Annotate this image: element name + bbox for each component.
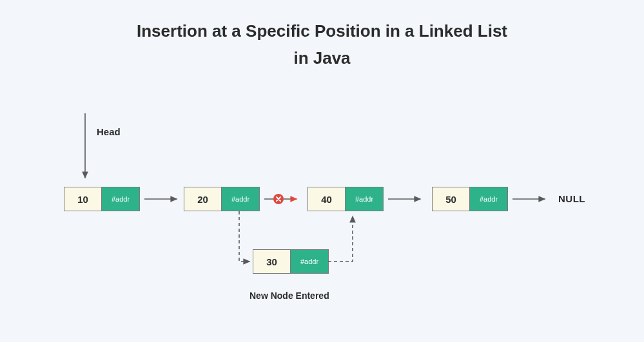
diagram-stage: Head 10 #addr 20 #addr — [0, 0, 644, 342]
node-4-addr: #addr — [470, 187, 507, 211]
node-1-addr: #addr — [102, 187, 139, 211]
node-4-value: 50 — [433, 187, 470, 211]
node-2-value: 20 — [184, 187, 222, 211]
node-4: 50 #addr — [432, 187, 508, 211]
dashed-arrow-2-to-new — [235, 211, 261, 269]
arrow-3-4 — [384, 193, 429, 206]
dashed-arrow-new-to-3 — [328, 211, 367, 269]
arrow-4-null — [509, 193, 554, 206]
node-1-value: 10 — [64, 187, 102, 211]
head-arrow — [77, 113, 97, 184]
node-1: 10 #addr — [64, 187, 140, 211]
node-2-addr: #addr — [222, 187, 259, 211]
node-2: 20 #addr — [184, 187, 260, 211]
new-node-caption: New Node Entered — [249, 290, 329, 301]
node-3-addr: #addr — [346, 187, 383, 211]
node-3-value: 40 — [308, 187, 346, 211]
broken-link-icon — [273, 194, 284, 204]
arrow-1-2 — [141, 193, 186, 206]
null-label: NULL — [558, 193, 585, 204]
head-label: Head — [97, 126, 121, 137]
node-3: 40 #addr — [307, 187, 384, 211]
new-node-addr: #addr — [291, 250, 328, 273]
new-node: 30 #addr — [253, 249, 329, 274]
